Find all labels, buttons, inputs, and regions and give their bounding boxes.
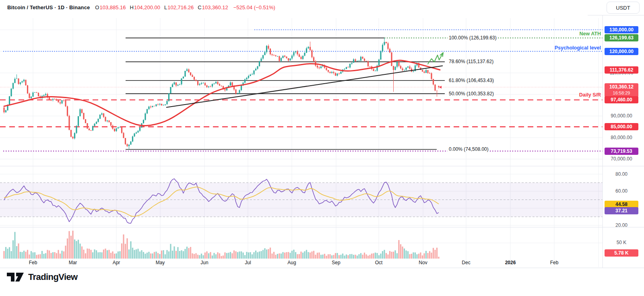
price-badge-purple: 73,719.53 — [605, 148, 638, 155]
month-label-jun: Jun — [200, 260, 208, 265]
price-badge-fib-high: 126,199.63 — [605, 34, 638, 41]
tradingview-chart-window: Bitcoin / TetherUS · 1D · Binance O103,8… — [0, 0, 644, 296]
close-value: 103,360.12 — [202, 4, 228, 10]
open-label: O — [95, 4, 99, 10]
month-label-jul: Jul — [245, 260, 251, 265]
annotation-daily-sr[interactable]: Daily S/R — [579, 92, 601, 98]
axis-label-rsi-20: 20.00 — [605, 222, 638, 228]
tradingview-logo[interactable]: TradingView — [6, 271, 78, 283]
axis-label-70k: 70,000.00 — [605, 156, 638, 162]
month-label-aug: Aug — [287, 260, 296, 265]
high-value: 104,200.00 — [134, 4, 160, 10]
price-badge-sr-85k: 85,000.00 — [605, 123, 638, 130]
fib-label-618[interactable]: 61.80% (106,453.43) — [448, 78, 495, 83]
month-label-mar: Mar — [69, 260, 77, 265]
low-label: L — [164, 4, 167, 10]
month-label-nov: Nov — [419, 260, 427, 265]
year-label-2026: 2026 — [505, 260, 516, 265]
month-label-feb: Feb — [29, 260, 37, 265]
tradingview-logo-text: TradingView — [28, 272, 78, 282]
fib-label-50[interactable]: 50.00% (100,353.82) — [448, 91, 495, 97]
month-label-may: May — [156, 260, 165, 265]
month-label-oct: Oct — [375, 260, 383, 265]
fib-label-100[interactable]: 100.00% (126,199.63) — [448, 35, 498, 41]
month-label-dec: Dec — [462, 260, 470, 265]
close-label: C — [198, 4, 201, 10]
month-label-feb2: Feb — [550, 260, 559, 265]
month-label-sep: Sep — [332, 260, 340, 265]
chart-canvas[interactable] — [0, 0, 644, 296]
fib-label-786[interactable]: 78.60% (115,137.62) — [448, 59, 495, 64]
open-value: 103,885.16 — [99, 4, 126, 10]
currency-toggle-button[interactable]: USDT — [607, 2, 640, 14]
low-value: 102,716.26 — [167, 4, 194, 10]
ohlc-readout: O103,885.16 H104,200.00 L102,716.26 C103… — [95, 4, 228, 10]
axis-label-rsi-80: 80.00 — [605, 171, 638, 177]
axis-label-vol-50k: 50 K — [605, 240, 638, 245]
price-badge-130k: 130,000.00 — [605, 26, 638, 33]
volume-value-badge: 5.78 K — [605, 249, 638, 257]
bar-countdown: 16:58:29 — [613, 90, 630, 96]
axis-label-80k: 80,000.00 — [605, 135, 638, 140]
high-label: H — [130, 4, 134, 10]
fib-label-0[interactable]: 0.00% (74,508.00) — [448, 146, 490, 152]
price-badge-sr-97k: 97,460.00 — [605, 96, 638, 103]
price-badge-ma: 111,376.62 — [605, 66, 638, 74]
rsi-value-badge: 37.21 — [605, 207, 638, 214]
axis-label-90k: 90,000.00 — [605, 113, 638, 119]
annotation-new-ath[interactable]: New ATH — [580, 31, 601, 37]
price-badge-last: 103,360.12 16:58:29 — [605, 83, 638, 97]
annotation-psychological-level[interactable]: Psychological level — [555, 45, 601, 51]
axis-label-rsi-60: 60.00 — [605, 188, 638, 194]
price-badge-120k: 120,000.00 — [605, 48, 638, 55]
tradingview-logo-icon — [6, 271, 25, 283]
last-price-value: 103,360.12 — [609, 84, 634, 90]
month-label-apr: Apr — [113, 260, 120, 265]
symbol-title[interactable]: Bitcoin / TetherUS · 1D · Binance — [7, 4, 90, 10]
chart-header: Bitcoin / TetherUS · 1D · Binance O103,8… — [7, 4, 275, 10]
change-readout: −525.04 (−0.51%) — [233, 4, 275, 10]
